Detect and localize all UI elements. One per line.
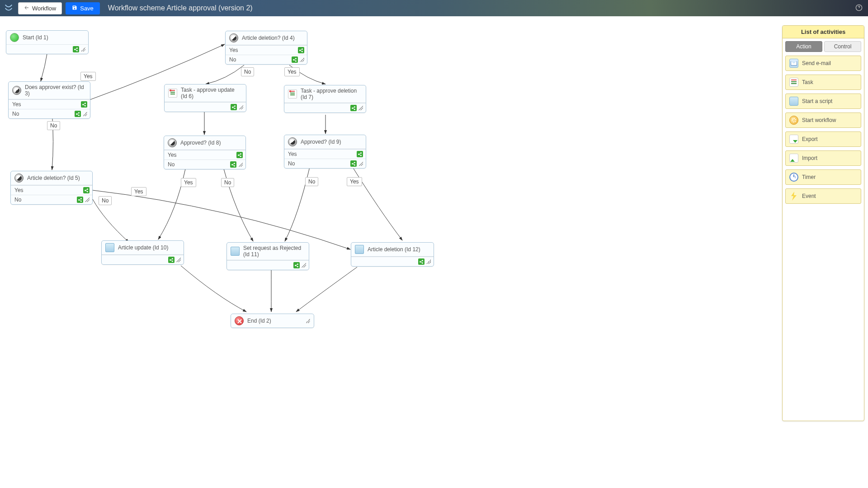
workflow-icon (789, 116, 798, 125)
activity-export[interactable]: Export (785, 131, 861, 147)
connector-port[interactable] (168, 257, 175, 263)
node-title: Does approver exist? (Id 3) (25, 84, 86, 97)
resize-handle[interactable] (300, 57, 304, 62)
timer-icon (789, 173, 798, 182)
decision-icon (12, 86, 21, 95)
branch-no: No (229, 56, 236, 63)
activity-send-email[interactable]: Send e-mail (785, 56, 861, 71)
node-end[interactable]: End (Id 2) (231, 314, 314, 328)
export-icon (789, 135, 798, 144)
connector-port[interactable] (418, 258, 425, 265)
connector-port[interactable] (81, 101, 87, 108)
node-title: End (Id 2) (247, 318, 271, 324)
node-title: Approved? (Id 8) (180, 140, 221, 146)
resize-handle[interactable] (359, 161, 363, 166)
mail-icon (789, 59, 798, 68)
tab-control[interactable]: Control (824, 41, 861, 52)
activity-label: Event (802, 193, 816, 199)
connector-port[interactable] (293, 262, 300, 268)
save-icon (72, 5, 77, 12)
activity-timer[interactable]: Timer (785, 169, 861, 185)
resize-handle[interactable] (239, 105, 243, 109)
app-header: Workflow Save Workflow scheme Article ap… (0, 0, 868, 16)
workflow-canvas[interactable]: Yes No No Yes Yes No No Yes Yes No Start… (0, 16, 868, 488)
edge-label-yes[interactable]: Yes (181, 178, 196, 187)
node-decision-article-deletion-5[interactable]: Article deletion? (Id 5) Yes No (10, 171, 93, 205)
activity-label: Start a script (802, 98, 832, 104)
connector-port[interactable] (73, 46, 79, 52)
node-script-set-rejected[interactable]: Set request as Rejected (Id 11) (226, 242, 309, 270)
edge-label-no[interactable]: No (305, 177, 318, 186)
activity-event[interactable]: Event (785, 188, 861, 204)
connector-port[interactable] (298, 47, 304, 53)
edge-label-yes[interactable]: Yes (284, 67, 300, 76)
branch-yes: Yes (14, 187, 24, 193)
branch-no: No (168, 161, 175, 168)
page-title: Workflow scheme Article approval (versio… (108, 4, 253, 12)
node-title: Approved? (Id 9) (301, 139, 341, 145)
resize-handle[interactable] (426, 259, 431, 264)
edge-label-no[interactable]: No (221, 178, 234, 187)
workflow-button[interactable]: Workflow (18, 2, 62, 14)
resize-handle[interactable] (238, 162, 243, 167)
node-title: Article deletion? (Id 4) (242, 35, 295, 41)
edge-label-yes[interactable]: Yes (347, 177, 362, 186)
edge-label-yes[interactable]: Yes (131, 187, 146, 196)
help-icon[interactable] (855, 4, 863, 11)
connector-port[interactable] (350, 105, 357, 111)
node-decision-approved-9[interactable]: Approved? (Id 9) Yes No (284, 135, 366, 169)
resize-handle[interactable] (85, 197, 90, 202)
node-start[interactable]: Start (Id 1) (6, 30, 89, 54)
activities-panel: List of activities Action Control Send e… (782, 25, 864, 421)
node-decision-approver-exists[interactable]: Does approver exist? (Id 3) Yes No (8, 81, 90, 119)
connector-port[interactable] (350, 160, 357, 167)
node-script-article-deletion[interactable]: Article deletion (Id 12) (351, 242, 434, 267)
node-script-article-update[interactable]: Article update (Id 10) (101, 240, 184, 265)
connector-port[interactable] (77, 197, 83, 203)
node-title: Article update (Id 10) (118, 244, 168, 251)
branch-yes: Yes (229, 47, 238, 53)
branch-yes: Yes (12, 101, 21, 108)
branch-no: No (14, 197, 21, 203)
activity-import[interactable]: Import (785, 150, 861, 166)
node-task-approve-update[interactable]: Task - approve update (Id 6) (164, 84, 246, 112)
connector-port[interactable] (236, 152, 243, 158)
tab-action[interactable]: Action (785, 41, 822, 52)
connector-port[interactable] (357, 151, 363, 157)
edge-label-no[interactable]: No (99, 196, 112, 205)
activity-label: Timer (802, 174, 816, 180)
connector-port[interactable] (230, 161, 236, 168)
workflow-button-label: Workflow (32, 5, 56, 12)
save-button[interactable]: Save (66, 2, 100, 14)
resize-handle[interactable] (176, 258, 181, 262)
activity-start-workflow[interactable]: Start workflow (785, 113, 861, 128)
edge-label-no[interactable]: No (241, 67, 254, 76)
activity-label: Task (802, 79, 813, 85)
resize-handle[interactable] (359, 106, 363, 110)
connector-port[interactable] (83, 187, 90, 193)
node-task-approve-deletion[interactable]: Task - approve deletion (Id 7) (284, 85, 366, 113)
activity-label: Export (802, 136, 818, 142)
decision-icon (288, 137, 297, 146)
edge-label-no[interactable]: No (47, 121, 60, 130)
resize-handle[interactable] (83, 112, 87, 116)
connector-port[interactable] (231, 104, 237, 110)
resize-handle[interactable] (81, 47, 85, 52)
node-title: Article deletion? (Id 5) (27, 175, 80, 181)
script-icon (355, 245, 364, 254)
node-title: Task - approve update (Id 6) (181, 87, 242, 99)
resize-handle[interactable] (306, 319, 310, 323)
node-decision-article-deletion-4[interactable]: Article deletion? (Id 4) Yes No (225, 31, 307, 65)
start-icon (10, 33, 19, 42)
node-decision-approved-8[interactable]: Approved? (Id 8) Yes No (164, 136, 246, 169)
resize-handle[interactable] (302, 263, 306, 267)
activity-start-script[interactable]: Start a script (785, 94, 861, 109)
activity-label: Send e-mail (802, 60, 831, 66)
end-icon (235, 316, 244, 325)
activity-label: Import (802, 155, 817, 161)
connector-port[interactable] (292, 56, 298, 63)
activity-task[interactable]: Task (785, 75, 861, 90)
connector-port[interactable] (75, 111, 81, 117)
edge-label-yes[interactable]: Yes (80, 72, 96, 81)
node-title: Task - approve deletion (Id 7) (301, 88, 362, 100)
